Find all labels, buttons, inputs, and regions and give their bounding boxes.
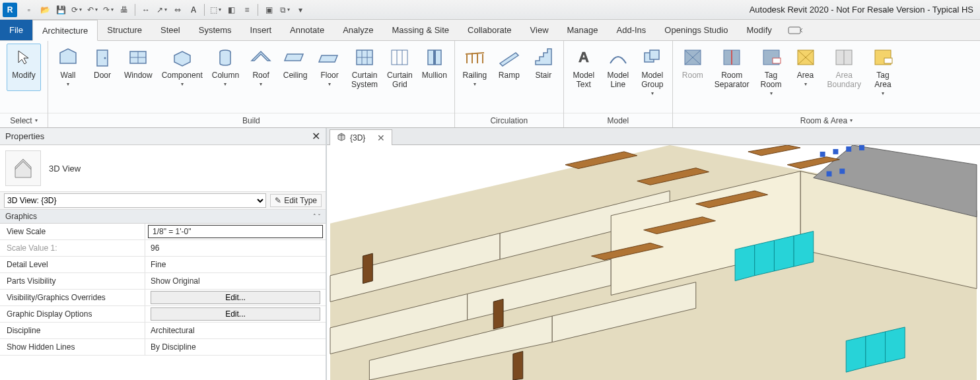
qat-undo-icon[interactable]: ↶ [86, 3, 99, 16]
stair-button[interactable]: Stair [526, 44, 561, 91]
tab-massing[interactable]: Massing & Site [382, 20, 458, 40]
prop-row: Parts VisibilityShow Original [0, 273, 326, 290]
cube-icon [337, 132, 346, 143]
qat-section-icon[interactable]: ◧ [225, 3, 238, 16]
qat-save-icon[interactable]: 💾 [54, 3, 67, 16]
qat-align-icon[interactable]: ↗ [155, 3, 168, 16]
model-text-button[interactable]: A ModelText [567, 44, 601, 91]
window-button[interactable]: Window [120, 44, 157, 91]
prop-value[interactable]: 1/8" = 1'-0" [148, 225, 323, 238]
svg-rect-61 [827, 172, 832, 177]
close-view-icon[interactable]: ✕ [377, 133, 385, 143]
component-button[interactable]: Component▾ [157, 44, 207, 91]
model-group-button[interactable]: ModelGroup▾ [635, 44, 670, 100]
qat-sync-icon[interactable]: ⟳ [70, 3, 83, 16]
tab-steel[interactable]: Steel [151, 20, 190, 40]
area-button[interactable]: Area▾ [788, 44, 823, 91]
svg-rect-15 [433, 50, 436, 65]
3d-canvas[interactable] [327, 145, 980, 380]
type-label: 3D View [49, 164, 81, 174]
qat-custom-icon[interactable]: ▾ [294, 3, 307, 16]
instance-selector[interactable]: 3D View: {3D} [4, 193, 266, 208]
room-icon [681, 46, 705, 69]
qat-redo-icon[interactable]: ↷ [102, 3, 115, 16]
tag-area-icon [871, 46, 895, 69]
tab-annotate[interactable]: Annotate [281, 20, 333, 40]
door-button[interactable]: Door [85, 44, 120, 91]
tab-view[interactable]: View [521, 20, 558, 40]
tab-architecture[interactable]: Architecture [32, 20, 98, 41]
model-line-icon [606, 46, 630, 69]
qat-dim-icon[interactable]: ⇔ [171, 3, 184, 16]
curtain-grid-button[interactable]: CurtainGrid [382, 44, 417, 91]
tag-room-button[interactable]: TagRoom▾ [754, 44, 788, 100]
tab-file[interactable]: File [0, 20, 32, 40]
prop-value[interactable]: Fine [145, 257, 326, 272]
qat-new-icon[interactable]: ▫ [22, 3, 36, 16]
tab-modify[interactable]: Modify [737, 20, 781, 40]
wall-button[interactable]: Wall▾ [51, 44, 85, 91]
prop-value[interactable]: 96 [145, 240, 326, 256]
curtain-grid-icon [388, 46, 411, 69]
prop-value[interactable]: Show Original [145, 273, 326, 289]
group-graphics: Graphics [5, 212, 37, 221]
qat-closewin-icon[interactable]: ▣ [262, 3, 275, 16]
tag-area-button[interactable]: TagArea▾ [866, 44, 900, 100]
scroll-up-icon[interactable]: ˄ [313, 213, 316, 220]
svg-marker-46 [794, 232, 814, 267]
mullion-icon [423, 46, 446, 69]
svg-rect-11 [392, 50, 407, 65]
model-line-button[interactable]: ModelLine [601, 44, 635, 91]
modify-button[interactable]: Modify [7, 44, 41, 91]
qat-switch-icon[interactable]: ⧉ [278, 3, 291, 16]
ceiling-button[interactable]: Ceiling [278, 44, 312, 91]
room-separator-button[interactable]: RoomSeparator [710, 44, 754, 91]
ramp-button[interactable]: Ramp [492, 44, 526, 91]
prop-name: Discipline [0, 323, 145, 338]
floor-button[interactable]: Floor▾ [312, 44, 347, 91]
panel-label-room[interactable]: Room & Area▾ [673, 113, 980, 127]
prop-value[interactable]: Architectural [145, 323, 326, 338]
window-title: Autodesk Revit 2020 - Not For Resale Ver… [750, 5, 977, 15]
roof-button[interactable]: Roof▾ [244, 44, 278, 91]
qat-thinlines-icon[interactable]: ≡ [240, 3, 254, 16]
ribbon-display-toggle[interactable] [788, 20, 804, 40]
component-icon [170, 46, 194, 69]
tab-structure[interactable]: Structure [98, 20, 151, 40]
area-icon [794, 46, 818, 69]
tab-collaborate[interactable]: Collaborate [458, 20, 521, 40]
tab-openings[interactable]: Openings Studio [655, 20, 737, 40]
svg-rect-57 [820, 152, 825, 157]
prop-value[interactable]: By Discipline [145, 339, 326, 355]
edit-button[interactable]: Edit... [151, 291, 320, 304]
column-button[interactable]: Column▾ [207, 44, 244, 91]
prop-name: Scale Value 1: [0, 240, 145, 256]
panel-label-select[interactable]: Select▾ [0, 113, 48, 127]
qat-print-icon[interactable]: 🖶 [118, 3, 131, 16]
qat-3d-icon[interactable]: ⬚ [209, 3, 222, 16]
mullion-button[interactable]: Mullion [417, 44, 452, 91]
tab-insert[interactable]: Insert [241, 20, 281, 40]
tab-manage[interactable]: Manage [558, 20, 608, 40]
curtain-system-button[interactable]: CurtainSystem [347, 44, 382, 91]
curtain-system-icon [353, 46, 376, 69]
svg-rect-60 [859, 145, 864, 150]
prop-row: Visibility/Graphics OverridesEdit... [0, 290, 326, 306]
tab-systems[interactable]: Systems [190, 20, 241, 40]
railing-button[interactable]: Railing▾ [458, 44, 492, 91]
tab-addins[interactable]: Add-Ins [608, 20, 656, 40]
view-tab-3d[interactable]: {3D} ✕ [330, 129, 392, 145]
qat-measure-icon[interactable]: ↔ [139, 3, 153, 16]
close-properties-icon[interactable]: ✕ [312, 130, 320, 142]
door-icon [90, 46, 114, 69]
qat-text-icon[interactable]: A [187, 3, 200, 16]
expand-icon[interactable]: ˇ [318, 213, 320, 220]
qat-open-icon[interactable]: 📂 [38, 3, 52, 16]
edit-type-button[interactable]: ✎Edit Type [270, 194, 322, 207]
model-text-icon: A [572, 46, 596, 69]
view-type-icon [5, 150, 41, 186]
edit-button[interactable]: Edit... [151, 307, 320, 321]
tab-analyze[interactable]: Analyze [333, 20, 382, 40]
revit-logo[interactable]: R [3, 3, 17, 17]
svg-marker-44 [755, 240, 775, 275]
